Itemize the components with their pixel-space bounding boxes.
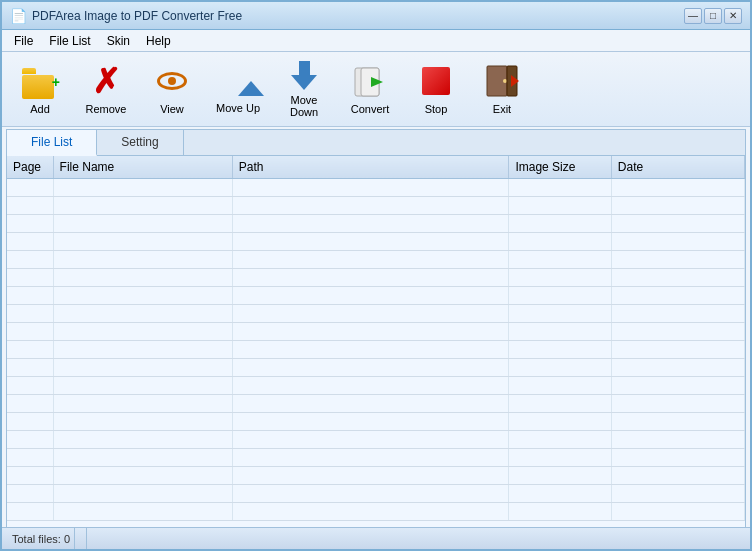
exit-label: Exit (493, 103, 511, 115)
title-bar-controls: — □ ✕ (684, 8, 742, 24)
tab-file-list[interactable]: File List (7, 130, 97, 156)
convert-label: Convert (351, 103, 390, 115)
stop-icon (418, 63, 454, 99)
file-table-container: Page File Name Path Image Size Date (7, 156, 745, 550)
table-row (7, 215, 745, 233)
table-row (7, 359, 745, 377)
maximize-button[interactable]: □ (704, 8, 722, 24)
minimize-button[interactable]: — (684, 8, 702, 24)
table-row (7, 467, 745, 485)
remove-label: Remove (86, 103, 127, 115)
table-row (7, 431, 745, 449)
move-down-label: Move Down (277, 94, 331, 118)
close-button[interactable]: ✕ (724, 8, 742, 24)
remove-button[interactable]: ✗ Remove (74, 57, 138, 122)
menu-skin[interactable]: Skin (99, 32, 138, 50)
toolbar: + Add ✗ Remove View (2, 52, 750, 127)
table-row (7, 485, 745, 503)
move-up-label: Move Up (216, 102, 260, 114)
add-icon: + (22, 63, 58, 99)
content-area: File List Setting Page File Name Path Im… (2, 127, 750, 551)
table-row (7, 305, 745, 323)
convert-icon (352, 63, 388, 99)
table-row (7, 503, 745, 521)
table-row (7, 233, 745, 251)
view-icon (154, 63, 190, 99)
table-row (7, 251, 745, 269)
move-down-button[interactable]: Move Down (272, 57, 336, 122)
remove-icon: ✗ (88, 63, 124, 99)
table-row (7, 287, 745, 305)
svg-point-5 (503, 79, 507, 83)
table-row (7, 449, 745, 467)
status-section-2 (75, 528, 87, 549)
stop-button[interactable]: Stop (404, 57, 468, 122)
add-button[interactable]: + Add (8, 57, 72, 122)
tab-bar: File List Setting (7, 130, 745, 156)
status-section-3 (87, 528, 744, 549)
app-icon: 📄 (10, 8, 26, 24)
exit-icon (484, 63, 520, 99)
stop-label: Stop (425, 103, 448, 115)
table-row (7, 269, 745, 287)
app-window: 📄 PDFArea Image to PDF Converter Free — … (0, 0, 752, 551)
move-up-button[interactable]: Move Up (206, 57, 270, 122)
exit-button[interactable]: Exit (470, 57, 534, 122)
table-row (7, 197, 745, 215)
menu-help[interactable]: Help (138, 32, 179, 50)
convert-button[interactable]: Convert (338, 57, 402, 122)
table-row (7, 179, 745, 197)
table-row (7, 413, 745, 431)
add-label: Add (30, 103, 50, 115)
title-bar-text: PDFArea Image to PDF Converter Free (32, 9, 684, 23)
status-total-files: Total files: 0 (8, 528, 75, 549)
view-label: View (160, 103, 184, 115)
table-row (7, 323, 745, 341)
col-header-image-size: Image Size (509, 156, 611, 179)
view-button[interactable]: View (140, 57, 204, 122)
col-header-path: Path (232, 156, 509, 179)
status-bar: Total files: 0 (2, 527, 750, 549)
menu-bar: File File List Skin Help (2, 30, 750, 52)
menu-file-list[interactable]: File List (41, 32, 98, 50)
menu-file[interactable]: File (6, 32, 41, 50)
move-down-icon (289, 61, 319, 90)
col-header-date: Date (611, 156, 744, 179)
file-table: Page File Name Path Image Size Date (7, 156, 745, 521)
table-row (7, 377, 745, 395)
col-header-page: Page (7, 156, 53, 179)
title-bar: 📄 PDFArea Image to PDF Converter Free — … (2, 2, 750, 30)
table-row (7, 395, 745, 413)
table-row (7, 341, 745, 359)
col-header-filename: File Name (53, 156, 232, 179)
move-up-icon (223, 64, 253, 98)
tab-setting[interactable]: Setting (97, 130, 183, 155)
